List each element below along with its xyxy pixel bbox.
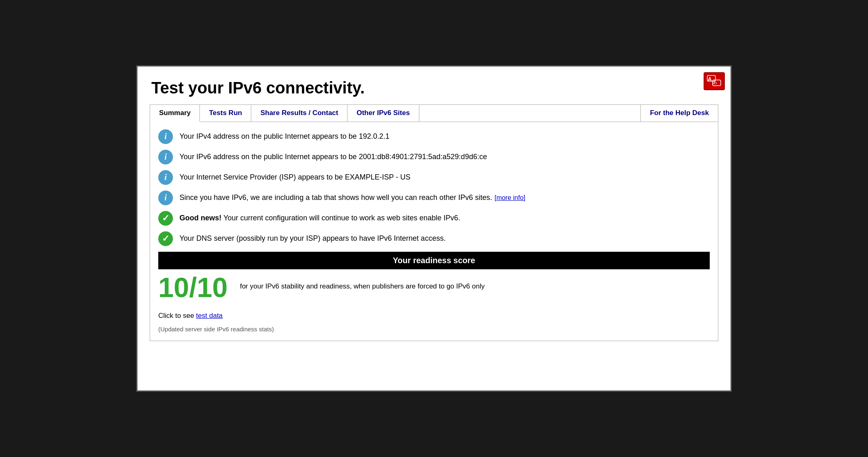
info-icon-1: i	[158, 129, 173, 144]
tab-help-desk[interactable]: For the Help Desk	[640, 105, 718, 122]
test-data-section: Click to see test data	[158, 312, 710, 320]
readiness-bar: Your readiness score	[158, 252, 710, 269]
check-row-good-news: ✓ Good news! Your current configuration …	[158, 211, 710, 226]
check-icon-1: ✓	[158, 211, 173, 226]
readiness-description: for your IPv6 stability and readiness, w…	[240, 273, 485, 291]
main-frame: A あ Test your IPv6 connectivity. Summary…	[136, 65, 732, 392]
translate-icon[interactable]: A あ	[704, 72, 725, 90]
good-news-text: Good news! Your current configuration wi…	[179, 214, 460, 222]
good-news-rest: Your current configuration will continue…	[221, 214, 460, 222]
check-row-dns: ✓ Your DNS server (possibly run by your …	[158, 231, 710, 246]
readiness-score: 10/10	[158, 273, 228, 301]
tab-summary[interactable]: Summary	[150, 105, 200, 122]
tab-share-results[interactable]: Share Results / Contact	[251, 105, 348, 122]
ipv6-address-text: Your IPv6 address on the public Internet…	[179, 153, 487, 161]
good-news-bold: Good news!	[179, 214, 221, 222]
score-section: 10/10 for your IPv6 stability and readin…	[158, 273, 710, 301]
more-info-link[interactable]: [more info]	[494, 194, 525, 202]
stats-note: (Updated server side IPv6 readiness stat…	[158, 326, 710, 333]
info-icon-2: i	[158, 150, 173, 164]
test-data-link[interactable]: test data	[196, 312, 223, 319]
info-icon-4: i	[158, 191, 173, 205]
isp-text: Your Internet Service Provider (ISP) app…	[179, 173, 410, 182]
check-icon-2: ✓	[158, 231, 173, 246]
test-data-prefix: Click to see	[158, 312, 196, 319]
info-icon-3: i	[158, 170, 173, 185]
tab-tests-run[interactable]: Tests Run	[200, 105, 251, 122]
tab-other-ipv6-sites[interactable]: Other IPv6 Sites	[348, 105, 419, 122]
dns-text: Your DNS server (possibly run by your IS…	[179, 234, 446, 243]
content-area: i Your IPv4 address on the public Intern…	[150, 122, 718, 341]
page-title: Test your IPv6 connectivity.	[151, 79, 718, 97]
info-row-tab-info: i Since you have IPv6, we are including …	[158, 191, 710, 205]
ipv4-address-text: Your IPv4 address on the public Internet…	[179, 132, 390, 141]
tab-bar: Summary Tests Run Share Results / Contac…	[150, 104, 718, 122]
info-row-isp: i Your Internet Service Provider (ISP) a…	[158, 170, 710, 185]
tab-info-text: Since you have IPv6, we are including a …	[179, 193, 492, 202]
tab-spacer	[419, 105, 641, 122]
info-row-ipv6: i Your IPv6 address on the public Intern…	[158, 150, 710, 164]
info-row-ipv4: i Your IPv4 address on the public Intern…	[158, 129, 710, 144]
